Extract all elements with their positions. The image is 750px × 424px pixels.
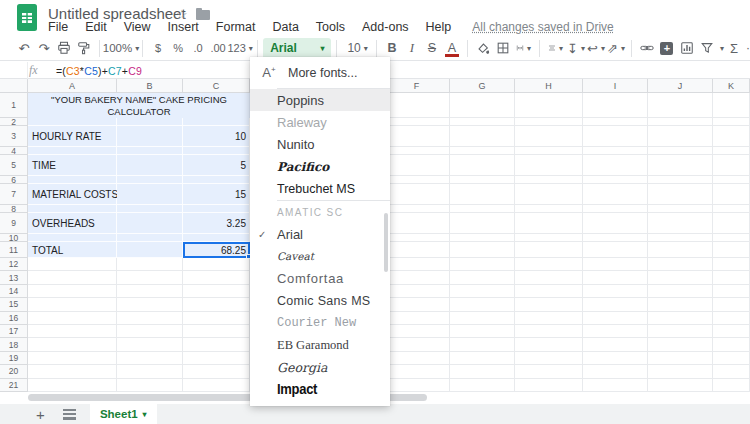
cell-A4[interactable] <box>28 147 117 155</box>
cell-K2[interactable] <box>713 118 750 126</box>
row-header-19[interactable]: 19 <box>0 352 28 365</box>
cell-C4[interactable] <box>183 147 250 155</box>
menu-help[interactable]: Help <box>426 20 452 34</box>
increase-decimal-button[interactable]: .00 <box>208 38 228 58</box>
cell-K5[interactable] <box>713 155 750 176</box>
cell-H1[interactable] <box>515 93 583 118</box>
column-header-C[interactable]: C <box>183 79 250 93</box>
cell-A19[interactable] <box>28 352 117 365</box>
format-currency-button[interactable]: $ <box>148 38 168 58</box>
menu-format[interactable]: Format <box>216 20 256 34</box>
cell-I4[interactable] <box>583 147 648 155</box>
cell-G20[interactable] <box>450 365 515 378</box>
cell-B10[interactable] <box>117 234 183 242</box>
cell-K19[interactable] <box>713 352 750 365</box>
row-header-1[interactable]: 1 <box>0 93 28 118</box>
move-folder-icon[interactable] <box>196 10 210 20</box>
cell-B7[interactable] <box>117 184 183 205</box>
cell-G3[interactable] <box>450 126 515 147</box>
font-item-comfortaa[interactable]: Comfortaa <box>250 268 390 290</box>
cell-value-A11[interactable]: TOTAL <box>28 242 117 258</box>
font-item-garamond[interactable]: EB Garamond <box>250 334 390 356</box>
save-status[interactable]: All changes saved in Drive <box>472 20 613 34</box>
cell-C12[interactable] <box>183 258 250 271</box>
cell-K7[interactable] <box>713 184 750 205</box>
cell-C21[interactable] <box>183 379 250 392</box>
cell-H3[interactable] <box>515 126 583 147</box>
cell-K21[interactable] <box>713 379 750 392</box>
menu-item-more-fonts[interactable]: A+ More fonts... <box>250 57 390 88</box>
row-header-21[interactable]: 21 <box>0 379 28 392</box>
cell-F18[interactable] <box>384 338 450 351</box>
cell-H18[interactable] <box>515 338 583 351</box>
cell-G12[interactable] <box>450 258 515 271</box>
name-box[interactable] <box>0 62 28 79</box>
cell-J6[interactable] <box>648 176 713 184</box>
cell-F1[interactable] <box>384 93 450 118</box>
cell-G15[interactable] <box>450 298 515 311</box>
paint-format-icon[interactable] <box>74 38 94 58</box>
cell-J2[interactable] <box>648 118 713 126</box>
more-toolbar-icon[interactable]: · <box>746 41 750 55</box>
cell-A12[interactable] <box>28 258 117 271</box>
strikethrough-button[interactable]: S <box>422 38 442 58</box>
filter-icon[interactable] <box>697 38 717 58</box>
cell-I14[interactable] <box>583 285 648 298</box>
cell-F4[interactable] <box>384 147 450 155</box>
column-header-F[interactable]: F <box>384 79 450 93</box>
cell-A21[interactable] <box>28 379 117 392</box>
cell-H6[interactable] <box>515 176 583 184</box>
cell-C10[interactable] <box>183 234 250 242</box>
insert-comment-icon[interactable]: + <box>657 38 677 58</box>
cell-I7[interactable] <box>583 184 648 205</box>
insert-link-icon[interactable] <box>637 38 657 58</box>
cell-F7[interactable] <box>384 184 450 205</box>
menu-tools[interactable]: Tools <box>316 20 345 34</box>
print-icon[interactable] <box>54 38 74 58</box>
text-wrap-icon[interactable]: ↩▾ <box>586 38 606 58</box>
borders-icon[interactable] <box>493 38 513 58</box>
cell-C16[interactable] <box>183 312 250 325</box>
font-item-pacifico[interactable]: Pacifico <box>250 156 390 178</box>
cell-K1[interactable] <box>713 93 750 118</box>
cell-value-A9[interactable]: OVERHEADS <box>28 213 117 234</box>
column-header-A[interactable]: A <box>28 79 117 93</box>
cell-F8[interactable] <box>384 205 450 213</box>
font-item-amatic[interactable]: Amatic SC <box>250 201 390 223</box>
formula-input[interactable]: =(C3*C5)+C7+C9 <box>56 65 142 77</box>
cell-I3[interactable] <box>583 126 648 147</box>
cell-I20[interactable] <box>583 365 648 378</box>
undo-icon[interactable]: ↶ <box>14 38 34 58</box>
cell-G9[interactable] <box>450 213 515 234</box>
cell-J8[interactable] <box>648 205 713 213</box>
cell-H7[interactable] <box>515 184 583 205</box>
cell-J10[interactable] <box>648 234 713 242</box>
row-header-18[interactable]: 18 <box>0 338 28 351</box>
text-color-button[interactable]: A <box>442 38 462 58</box>
cell-B8[interactable] <box>117 205 183 213</box>
cell-H14[interactable] <box>515 285 583 298</box>
menu-edit[interactable]: Edit <box>85 20 107 34</box>
cell-B9[interactable] <box>117 213 183 234</box>
cell-G7[interactable] <box>450 184 515 205</box>
cell-F9[interactable] <box>384 213 450 234</box>
cell-C15[interactable] <box>183 298 250 311</box>
cell-H12[interactable] <box>515 258 583 271</box>
cell-B6[interactable] <box>117 176 183 184</box>
cell-B3[interactable] <box>117 126 183 147</box>
cell-F3[interactable] <box>384 126 450 147</box>
cell-F10[interactable] <box>384 234 450 242</box>
cell-B5[interactable] <box>117 155 183 176</box>
row-header-4[interactable]: 4 <box>0 147 28 155</box>
cell-C8[interactable] <box>183 205 250 213</box>
row-header-13[interactable]: 13 <box>0 271 28 284</box>
cell-H20[interactable] <box>515 365 583 378</box>
cell-K20[interactable] <box>713 365 750 378</box>
cell-title-merged[interactable]: "YOUR BAKERY NAME" CAKE PRICING CALCULAT… <box>28 93 250 118</box>
cell-I10[interactable] <box>583 234 648 242</box>
cell-K17[interactable] <box>713 325 750 338</box>
row-header-2[interactable]: 2 <box>0 118 28 126</box>
cell-G14[interactable] <box>450 285 515 298</box>
cell-I15[interactable] <box>583 298 648 311</box>
font-item-poppins[interactable]: Poppins <box>250 89 390 111</box>
